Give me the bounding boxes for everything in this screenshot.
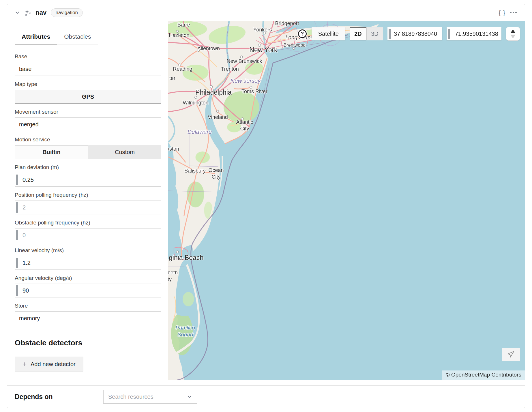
linear-velocity-drag-handle[interactable]: [16, 258, 18, 268]
latitude-input[interactable]: [387, 31, 442, 37]
angular-velocity-input[interactable]: [15, 284, 161, 297]
plan-deviation-label: Plan deviation (m): [15, 164, 161, 171]
satellite-toggle-button[interactable]: Satellite: [312, 27, 345, 40]
position-polling-frequency-input[interactable]: [15, 201, 161, 214]
linear-velocity-input[interactable]: [15, 256, 161, 269]
motion-service-segmented: BuiltinCustom: [15, 145, 161, 159]
plan-deviation-drag-handle[interactable]: [16, 175, 18, 185]
longitude-field: [447, 27, 501, 40]
field-position-polling-frequency: Position polling frequency (hz): [15, 192, 161, 214]
field-linear-velocity: Linear velocity (m/s): [15, 247, 161, 270]
motion-service-option-builtin[interactable]: Builtin: [15, 145, 88, 159]
mode-3d-button[interactable]: 3D: [366, 27, 383, 40]
page: nav navigation { } AttributesObstacles B…: [0, 0, 532, 412]
longitude-input[interactable]: [447, 31, 501, 37]
motion-service-label: Motion service: [15, 136, 161, 143]
mode-2d-button[interactable]: 2D: [350, 27, 366, 40]
resource-type-badge: navigation: [51, 8, 83, 17]
base-input[interactable]: [15, 62, 161, 76]
plus-icon: +: [23, 361, 27, 368]
movement-sensor-label: Movement sensor: [15, 108, 161, 115]
store-label: Store: [15, 302, 161, 309]
store-input[interactable]: [15, 311, 161, 325]
field-angular-velocity: Angular velocity (deg/s): [15, 275, 161, 297]
plan-deviation-input[interactable]: [15, 173, 161, 186]
latitude-drag-handle[interactable]: [389, 29, 391, 39]
position-polling-frequency-field: [15, 201, 161, 214]
map-type-button[interactable]: GPS: [15, 90, 161, 104]
depends-on-label: Depends on: [15, 393, 103, 401]
base-label: Base: [15, 53, 161, 60]
field-obstacle-polling-frequency: Obstacle polling frequency (hz): [15, 219, 161, 242]
step-down-icon: [510, 35, 516, 38]
view-mode-toggle: 2D 3D: [350, 27, 383, 40]
map-area[interactable]: BarreHazletonYonkersBridgeportNew YorkLo…: [168, 21, 525, 380]
angular-velocity-drag-handle[interactable]: [16, 285, 18, 296]
obstacle-polling-frequency-field: [15, 228, 161, 242]
obstacle-polling-frequency-drag-handle[interactable]: [16, 230, 18, 240]
obstacle-polling-frequency-label: Obstacle polling frequency (hz): [15, 219, 161, 226]
angular-velocity-label: Angular velocity (deg/s): [15, 275, 161, 282]
obstacle-detectors-heading: Obstacle detectors: [15, 338, 161, 347]
longitude-drag-handle[interactable]: [448, 29, 450, 39]
locate-button[interactable]: [502, 348, 520, 361]
position-polling-frequency-drag-handle[interactable]: [16, 202, 18, 213]
attributes-panel: AttributesObstacles BaseMap typeGPSMovem…: [7, 21, 168, 385]
field-store: Store: [15, 302, 161, 325]
card-body: AttributesObstacles BaseMap typeGPSMovem…: [7, 21, 525, 385]
field-movement-sensor: Movement sensor: [15, 108, 161, 131]
position-polling-frequency-label: Position polling frequency (hz): [15, 192, 161, 198]
motion-service-option-custom[interactable]: Custom: [88, 145, 161, 159]
fields-container: BaseMap typeGPSMovement sensorMotion ser…: [15, 53, 161, 325]
zoom-stepper[interactable]: [506, 27, 520, 41]
field-map-type: Map typeGPS: [15, 81, 161, 104]
map-type-label: Map type: [15, 81, 161, 88]
plan-deviation-field: [15, 173, 161, 187]
collapse-chevron-icon[interactable]: [15, 10, 20, 15]
tab-obstacles[interactable]: Obstacles: [57, 31, 98, 44]
angular-velocity-field: [15, 284, 161, 297]
card-header: nav navigation { }: [7, 4, 525, 21]
field-base: Base: [15, 53, 161, 76]
obstacle-polling-frequency-input[interactable]: [15, 229, 161, 242]
map-canvas[interactable]: [168, 21, 525, 380]
movement-sensor-input[interactable]: [15, 117, 161, 131]
select-placeholder: Search resources: [108, 394, 153, 400]
card-footer: Depends on Search resources: [7, 385, 525, 408]
linear-velocity-field: [15, 256, 161, 270]
json-mode-icon[interactable]: { }: [499, 9, 505, 16]
service-sparkle-icon: [24, 9, 31, 16]
linear-velocity-label: Linear velocity (m/s): [15, 247, 161, 254]
resource-name: nav: [35, 9, 47, 16]
map-attribution: © OpenStreetMap Contributors: [442, 370, 525, 380]
panel-tabs: AttributesObstacles: [15, 31, 98, 44]
tab-attributes[interactable]: Attributes: [15, 31, 57, 44]
depends-on-select[interactable]: Search resources: [103, 390, 197, 404]
more-options-icon[interactable]: [509, 10, 517, 15]
field-plan-deviation: Plan deviation (m): [15, 164, 161, 187]
resource-card: nav navigation { } AttributesObstacles B…: [7, 4, 525, 408]
map-controls: ? Satellite 2D 3D: [298, 27, 520, 41]
add-detector-button[interactable]: + Add new detector: [15, 357, 83, 372]
navigation-arrow-icon: [507, 351, 515, 358]
step-up-icon: [510, 29, 516, 33]
chevron-down-icon: [187, 394, 192, 399]
latitude-field: [387, 27, 442, 40]
field-motion-service: Motion serviceBuiltinCustom: [15, 136, 161, 159]
help-icon[interactable]: ?: [298, 29, 307, 38]
